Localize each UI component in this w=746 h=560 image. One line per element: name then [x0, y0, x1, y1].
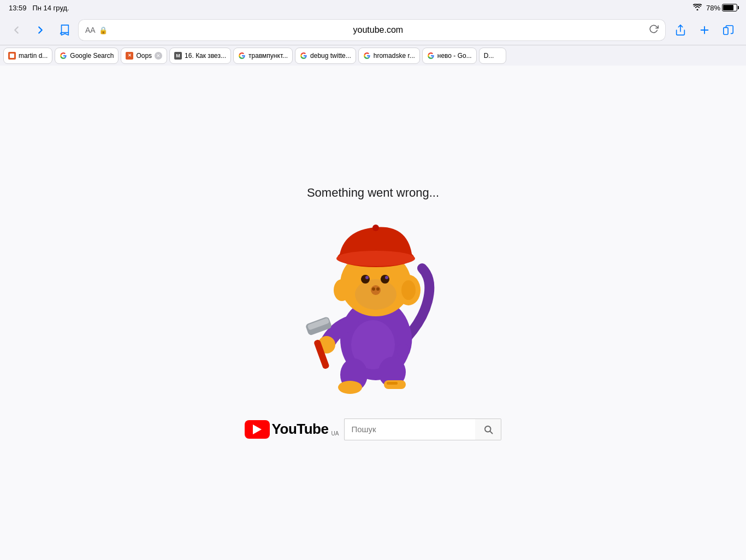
tab-hromadske[interactable]: hromadske r... — [358, 48, 420, 64]
youtube-search-input[interactable] — [344, 418, 475, 440]
page-content: Something went wrong... — [0, 66, 746, 560]
aa-text: AA — [85, 26, 96, 34]
play-triangle — [253, 425, 262, 434]
svg-point-36 — [372, 225, 379, 231]
svg-point-30 — [385, 276, 388, 279]
tab-travmpunkt[interactable]: травмпункт... — [233, 48, 293, 64]
tab-16[interactable]: M 16. Как звез... — [169, 48, 231, 64]
search-icon — [483, 425, 493, 434]
svg-point-12 — [338, 381, 362, 394]
battery-percent: 78% — [706, 4, 720, 12]
tab-label-oops: Oops — [136, 52, 152, 60]
battery-fill — [723, 5, 733, 10]
tabs-bar: martin d... Google Search ✕ Oops ✕ M 16. — [0, 45, 746, 66]
tab-close-oops[interactable]: ✕ — [155, 52, 162, 60]
tab-favicon-travmpunkt — [238, 52, 246, 60]
error-message: Something went wrong... — [307, 186, 439, 200]
tab-label-nevo: нево - Go... — [437, 52, 472, 60]
status-bar: 13:59 Пн 14 груд. 78% — [0, 0, 746, 15]
tab-label-d: D... — [484, 52, 494, 60]
svg-line-38 — [490, 431, 492, 433]
navigation-bar: AA 🔒 youtube.com — [0, 15, 746, 45]
svg-rect-3 — [724, 27, 728, 34]
tabs-overview-button[interactable] — [718, 20, 739, 40]
tab-nevo[interactable]: нево - Go... — [422, 48, 477, 64]
tab-favicon-martin — [8, 52, 16, 60]
youtube-locale: UA — [331, 431, 339, 437]
wifi-icon — [693, 4, 702, 12]
new-tab-button[interactable] — [694, 20, 715, 40]
tab-martin[interactable]: martin d... — [3, 48, 52, 64]
tab-label-google-search: Google Search — [70, 52, 114, 60]
url-display: youtube.com — [111, 25, 646, 35]
tab-google-search[interactable]: Google Search — [55, 48, 119, 64]
tab-label-debug-twitter: debug twitte... — [310, 52, 351, 60]
svg-point-20 — [396, 344, 410, 357]
svg-point-29 — [365, 276, 369, 279]
tab-label-hromadske: hromadske r... — [374, 52, 415, 60]
status-time: 13:59 Пн 14 груд. — [9, 4, 69, 12]
svg-rect-15 — [387, 382, 398, 385]
tab-label-travmpunkt: травмпункт... — [248, 52, 288, 60]
tab-favicon-nevo — [427, 52, 435, 60]
youtube-search-area: YouTube UA — [245, 418, 502, 440]
svg-point-35 — [336, 251, 415, 266]
monkey-illustration — [286, 211, 460, 397]
svg-point-24 — [401, 280, 416, 300]
youtube-wordmark: YouTube — [272, 421, 329, 438]
svg-point-31 — [371, 285, 381, 295]
tab-debug-twitter[interactable]: debug twitte... — [295, 48, 356, 64]
tab-favicon-debug-twitter — [300, 52, 307, 60]
svg-point-27 — [361, 275, 370, 284]
status-indicators: 78% — [693, 4, 737, 12]
battery-bar — [722, 4, 737, 11]
share-button[interactable] — [670, 20, 691, 40]
forward-button[interactable] — [31, 20, 50, 40]
svg-point-33 — [376, 287, 380, 291]
svg-point-25 — [334, 279, 350, 301]
tab-oops[interactable]: ✕ Oops ✕ — [121, 48, 167, 64]
back-button[interactable] — [7, 20, 26, 40]
tab-favicon-16: M — [174, 52, 182, 60]
youtube-icon — [245, 420, 270, 439]
battery-indicator: 78% — [706, 4, 737, 12]
bookmarks-button[interactable] — [55, 20, 74, 40]
svg-point-32 — [372, 287, 375, 291]
nav-actions — [670, 20, 739, 40]
time-display: 13:59 — [9, 4, 27, 12]
date-display: Пн 14 груд. — [32, 4, 69, 12]
youtube-search-button[interactable] — [475, 418, 501, 440]
svg-point-28 — [381, 275, 389, 284]
tab-label-16: 16. Как звез... — [185, 52, 226, 60]
youtube-logo: YouTube UA — [245, 420, 339, 439]
tab-favicon-oops: ✕ — [126, 52, 133, 60]
tab-favicon-hromadske — [363, 52, 371, 60]
lock-icon: 🔒 — [99, 26, 108, 34]
tab-favicon-google-search — [60, 52, 67, 60]
tab-label-martin: martin d... — [19, 52, 48, 60]
address-bar[interactable]: AA 🔒 youtube.com — [79, 20, 665, 40]
reload-button[interactable] — [649, 24, 659, 36]
tab-d[interactable]: D... — [479, 48, 506, 64]
